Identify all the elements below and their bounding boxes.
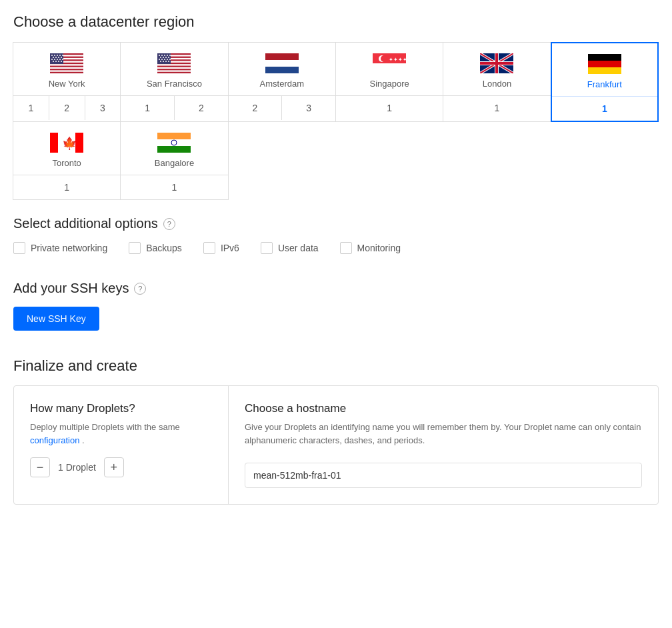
decrement-droplets-button[interactable]: −	[30, 457, 50, 477]
finalize-right-panel: Choose a hostname Give your Droplets an …	[229, 386, 658, 504]
checkbox-ipv6[interactable]	[203, 242, 215, 254]
checkbox-user-data[interactable]	[261, 242, 273, 254]
region-card-london[interactable]: London1	[443, 42, 551, 122]
options-row: Private networkingBackupsIPv6User dataMo…	[13, 242, 659, 254]
region-card-singapore[interactable]: Singapore1	[335, 42, 443, 122]
datacenter-title: Choose a datacenter region	[13, 13, 659, 31]
region-name-toronto: Toronto	[52, 158, 81, 168]
additional-options-help[interactable]: ?	[163, 218, 175, 230]
region-slot-toronto-1[interactable]: 1	[13, 175, 120, 199]
hostname-description: Give your Droplets an identifying name y…	[245, 421, 642, 447]
flag-ca	[50, 133, 83, 153]
region-name-frankfurt: Frankfurt	[587, 79, 622, 89]
option-label-backups: Backups	[146, 243, 182, 253]
option-user-data[interactable]: User data	[261, 242, 319, 254]
region-slot-london-1[interactable]: 1	[443, 96, 550, 120]
droplets-heading: How many Droplets?	[30, 402, 212, 415]
region-card-san-francisco[interactable]: San Francisco12	[120, 42, 228, 122]
region-slot-amsterdam-3[interactable]: 3	[282, 96, 335, 120]
region-slot-san-francisco-1[interactable]: 1	[121, 96, 175, 120]
finalize-grid: How many Droplets? Deploy multiple Dropl…	[13, 385, 659, 505]
hostname-input[interactable]	[245, 463, 642, 488]
region-name-new-york: New York	[49, 79, 85, 89]
option-label-private-networking: Private networking	[31, 243, 107, 253]
region-card-amsterdam[interactable]: Amsterdam23	[228, 42, 336, 122]
new-ssh-key-button[interactable]: New SSH Key	[13, 307, 99, 331]
ssh-section: Add your SSH keys ? New SSH Key	[13, 281, 659, 331]
finalize-left-panel: How many Droplets? Deploy multiple Dropl…	[14, 386, 229, 504]
region-card-frankfurt[interactable]: Frankfurt1	[551, 42, 659, 122]
ssh-keys-title: Add your SSH keys	[13, 281, 129, 296]
ssh-keys-help[interactable]: ?	[134, 283, 146, 295]
region-card-new-york[interactable]: New York123	[13, 42, 121, 122]
option-backups[interactable]: Backups	[129, 242, 182, 254]
flag-nl	[265, 53, 299, 73]
region-card-toronto[interactable]: Toronto1	[13, 121, 121, 200]
option-label-user-data: User data	[278, 243, 319, 253]
checkbox-monitoring[interactable]	[340, 242, 352, 254]
option-ipv6[interactable]: IPv6	[203, 242, 239, 254]
flag-gb	[480, 53, 513, 73]
region-slot-singapore-1[interactable]: 1	[336, 96, 443, 120]
flag-sg	[373, 53, 406, 73]
region-slot-bangalore-1[interactable]: 1	[121, 175, 227, 199]
region-name-bangalore: Bangalore	[155, 158, 194, 168]
droplet-counter: − 1 Droplet +	[30, 457, 212, 477]
configuration-link[interactable]: configuration	[30, 435, 79, 445]
region-slot-new-york-2[interactable]: 2	[49, 96, 85, 120]
option-label-monitoring: Monitoring	[357, 243, 401, 253]
hostname-heading: Choose a hostname	[245, 402, 642, 415]
region-name-london: London	[483, 79, 511, 89]
checkbox-backups[interactable]	[129, 242, 141, 254]
droplets-value: 1 Droplet	[58, 462, 96, 473]
additional-options-header: Select additional options ?	[13, 216, 659, 231]
option-monitoring[interactable]: Monitoring	[340, 242, 401, 254]
flag-de	[588, 54, 621, 74]
region-slot-new-york-1[interactable]: 1	[13, 96, 49, 120]
region-grid: New York123San Francisco12Amsterdam23Sin…	[13, 43, 659, 200]
increment-droplets-button[interactable]: +	[104, 457, 124, 477]
checkbox-private-networking[interactable]	[13, 242, 25, 254]
region-card-bangalore[interactable]: Bangalore1	[120, 121, 228, 200]
flag-in	[157, 133, 191, 153]
region-name-amsterdam: Amsterdam	[260, 79, 304, 89]
flag-us	[157, 53, 191, 73]
region-name-singapore: Singapore	[370, 79, 409, 89]
finalize-title: Finalize and create	[13, 357, 659, 375]
droplets-description: Deploy multiple Droplets with the same c…	[30, 421, 212, 447]
region-name-san-francisco: San Francisco	[147, 79, 202, 89]
region-slot-amsterdam-2[interactable]: 2	[229, 96, 283, 120]
option-label-ipv6: IPv6	[221, 243, 239, 253]
region-slot-new-york-3[interactable]: 3	[85, 96, 121, 120]
flag-us	[50, 53, 83, 73]
option-private-networking[interactable]: Private networking	[13, 242, 107, 254]
region-slot-frankfurt-1[interactable]: 1	[552, 97, 657, 121]
region-slot-san-francisco-2[interactable]: 2	[175, 96, 228, 120]
additional-options-title: Select additional options	[13, 216, 158, 231]
